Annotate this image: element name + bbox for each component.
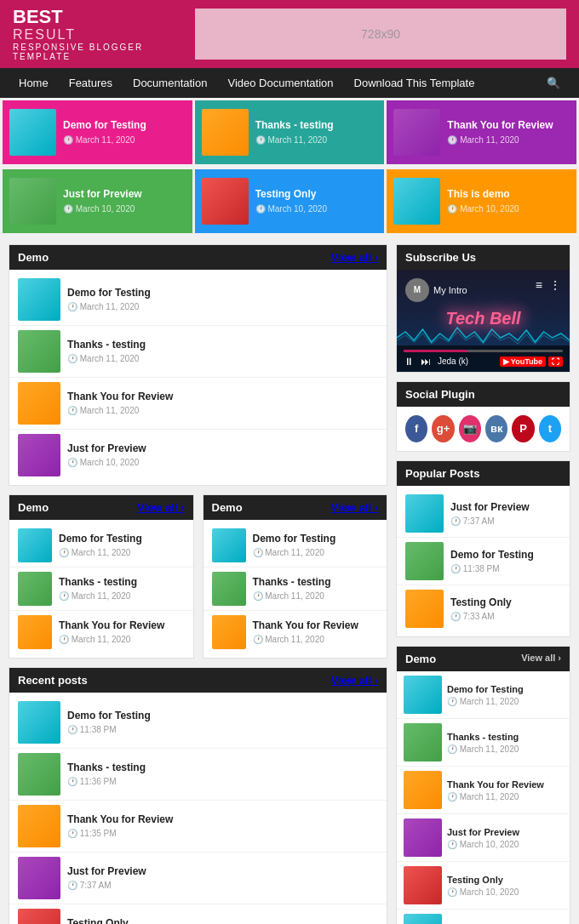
progress-bar[interactable] xyxy=(404,350,563,352)
post-title: Demo for Testing xyxy=(253,533,336,546)
featured-item-4[interactable]: Testing Only 🕐 March 10, 2020 xyxy=(195,169,385,233)
list-item[interactable]: Demo for Testing 🕐 11:38 PM xyxy=(397,538,570,585)
recent-posts-view-all[interactable]: View all › xyxy=(331,674,378,687)
instagram-button[interactable]: 📷 xyxy=(459,415,481,442)
list-item[interactable]: Just for Preview 🕐 March 10, 2020 xyxy=(397,814,570,862)
featured-item-1[interactable]: Thanks - testing 🕐 March 11, 2020 xyxy=(195,100,385,164)
post-date: 🕐 March 10, 2020 xyxy=(67,458,146,467)
social-icons: f g+ 📷 вк P t xyxy=(397,407,570,451)
fullscreen-icon[interactable]: ⛶ xyxy=(548,356,563,367)
list-item[interactable]: Just for Preview 🕐 March 10, 2020 xyxy=(9,430,387,481)
demo-col1-view-all[interactable]: View all › xyxy=(137,501,184,514)
list-item[interactable]: Just for Preview 🕐 7:37 AM xyxy=(9,853,387,904)
recent-posts-title: Recent posts xyxy=(18,674,88,687)
list-item[interactable]: Thank You for Review 🕐 March 11, 2020 xyxy=(204,611,387,653)
list-item[interactable]: Demo for Testing 🕐 March 11, 2020 xyxy=(9,524,193,568)
list-item[interactable]: Thanks - testing 🕐 March 11, 2020 xyxy=(204,568,387,611)
next-button[interactable]: ⏭ xyxy=(421,356,431,368)
featured-item-5[interactable]: This is demo 🕐 March 10, 2020 xyxy=(387,169,576,233)
post-thumbnail xyxy=(404,723,442,761)
featured-row-1: Demo for Testing 🕐 March 11, 2020 Thanks… xyxy=(0,98,579,167)
post-title: Just for Preview xyxy=(450,501,530,515)
post-date: 🕐 March 11, 2020 xyxy=(253,548,336,557)
youtube-controls: ⏸ ⏭ Jeda (k) ▶ YouTube ⛶ xyxy=(397,345,570,372)
list-item[interactable]: Demo for Testing 🕐 March 11, 2020 xyxy=(397,671,570,719)
post-title: Thanks - testing xyxy=(67,339,146,352)
sidebar-demo-header: Demo View all › xyxy=(397,647,570,671)
post-thumbnail xyxy=(18,615,52,649)
list-item[interactable]: Testing Only 🕐 March 10, 2020 xyxy=(397,862,570,910)
list-item[interactable]: This is demo 🕐 March 10, 2020 xyxy=(397,910,570,924)
post-title: Testing Only xyxy=(67,917,129,924)
site-header: BESTRESULT RESPONSIVE BLOGGER TEMPLATE 7… xyxy=(0,0,579,68)
nav-video-documentation[interactable]: Video Documentation xyxy=(217,68,343,98)
sidebar: Subscribe Us M My Intro ≡ ⋮ xyxy=(396,244,570,924)
list-item[interactable]: Just for Preview 🕐 7:37 AM xyxy=(397,490,570,538)
vk-button[interactable]: вк xyxy=(485,415,507,442)
list-item[interactable]: Thanks - testing 🕐 11:36 PM xyxy=(9,749,387,801)
nav-home[interactable]: Home xyxy=(9,68,59,98)
featured-item-0[interactable]: Demo for Testing 🕐 March 11, 2020 xyxy=(3,100,192,164)
list-item[interactable]: Testing Only 🕐 7:33 AM xyxy=(9,904,387,924)
post-thumbnail xyxy=(405,542,444,580)
search-icon[interactable]: 🔍 xyxy=(536,68,570,98)
logo-best: BEST xyxy=(13,6,63,27)
post-date: 🕐 March 11, 2020 xyxy=(253,591,331,601)
facebook-button[interactable]: f xyxy=(405,415,427,442)
featured-item-2[interactable]: Thank You for Review 🕐 March 11, 2020 xyxy=(387,100,576,164)
post-title: Thanks - testing xyxy=(59,576,137,590)
youtube-logo[interactable]: ▶ YouTube ⛶ xyxy=(500,356,564,367)
post-thumbnail xyxy=(404,914,442,924)
youtube-channel-info: M My Intro xyxy=(405,278,467,302)
channel-name: My Intro xyxy=(433,285,467,295)
list-item[interactable]: Thank You for Review 🕐 March 11, 2020 xyxy=(9,611,193,653)
nav-documentation[interactable]: Documentation xyxy=(123,68,217,98)
popular-posts-list: Just for Preview 🕐 7:37 AM Demo for Test… xyxy=(397,486,570,636)
playlist-icon[interactable]: ≡ xyxy=(536,278,542,292)
post-title: Thank You for Review xyxy=(253,619,358,633)
post-thumbnail xyxy=(404,771,442,809)
nav-features[interactable]: Features xyxy=(59,68,123,98)
list-item[interactable]: Thank You for Review 🕐 March 11, 2020 xyxy=(397,767,570,814)
post-thumbnail xyxy=(404,818,442,857)
post-thumbnail xyxy=(18,434,60,476)
list-item[interactable]: Thanks - testing 🕐 March 11, 2020 xyxy=(9,326,387,378)
post-thumbnail xyxy=(405,590,444,628)
main-nav: Home Features Documentation Video Docume… xyxy=(0,68,579,98)
post-title: Demo for Testing xyxy=(67,710,151,723)
featured-item-3[interactable]: Just for Preview 🕐 March 10, 2020 xyxy=(3,169,192,233)
demo-col2-header: Demo View all › xyxy=(204,495,387,520)
list-item[interactable]: Demo for Testing 🕐 March 11, 2020 xyxy=(204,524,387,568)
post-thumbnail xyxy=(18,330,60,373)
post-date: 🕐 March 11, 2020 xyxy=(447,744,519,754)
list-item[interactable]: Thank You for Review 🕐 March 11, 2020 xyxy=(9,378,387,430)
recent-posts-widget: Recent posts View all › Demo for Testing… xyxy=(9,667,387,924)
post-thumbnail xyxy=(18,528,52,562)
demo-view-all[interactable]: View all › xyxy=(331,251,378,264)
demo-col1-title: Demo xyxy=(18,501,49,514)
list-item[interactable]: Demo for Testing 🕐 March 11, 2020 xyxy=(9,274,387,326)
sidebar-demo-view-all[interactable]: View all › xyxy=(521,653,561,665)
post-date: 🕐 7:37 AM xyxy=(67,881,146,890)
list-item[interactable]: Testing Only 🕐 7:33 AM xyxy=(397,585,570,632)
artist-name: Jeda (k) xyxy=(438,356,468,366)
more-options-icon[interactable]: ⋮ xyxy=(549,278,561,292)
featured-date-3: 🕐 March 10, 2020 xyxy=(63,204,142,214)
list-item[interactable]: Thank You for Review 🕐 11:35 PM xyxy=(9,801,387,853)
googleplus-button[interactable]: g+ xyxy=(432,415,454,442)
post-date: 🕐 March 11, 2020 xyxy=(67,354,146,363)
post-title: Just for Preview xyxy=(447,826,519,838)
list-item[interactable]: Thanks - testing 🕐 March 11, 2020 xyxy=(397,719,570,767)
post-date: 🕐 11:38 PM xyxy=(67,725,151,734)
list-item[interactable]: Thanks - testing 🕐 March 11, 2020 xyxy=(9,568,193,611)
twitter-button[interactable]: t xyxy=(539,415,561,442)
post-thumbnail xyxy=(18,701,60,744)
play-pause-button[interactable]: ⏸ xyxy=(404,356,414,368)
demo-col2-title: Demo xyxy=(212,501,243,514)
nav-download[interactable]: Download This Template xyxy=(344,68,485,98)
featured-title-4: Testing Only xyxy=(255,188,327,202)
demo-col2-view-all[interactable]: View all › xyxy=(331,501,378,514)
list-item[interactable]: Demo for Testing 🕐 11:38 PM xyxy=(9,697,387,749)
pinterest-button[interactable]: P xyxy=(512,415,534,442)
featured-row-2: Just for Preview 🕐 March 10, 2020 Testin… xyxy=(0,167,579,236)
